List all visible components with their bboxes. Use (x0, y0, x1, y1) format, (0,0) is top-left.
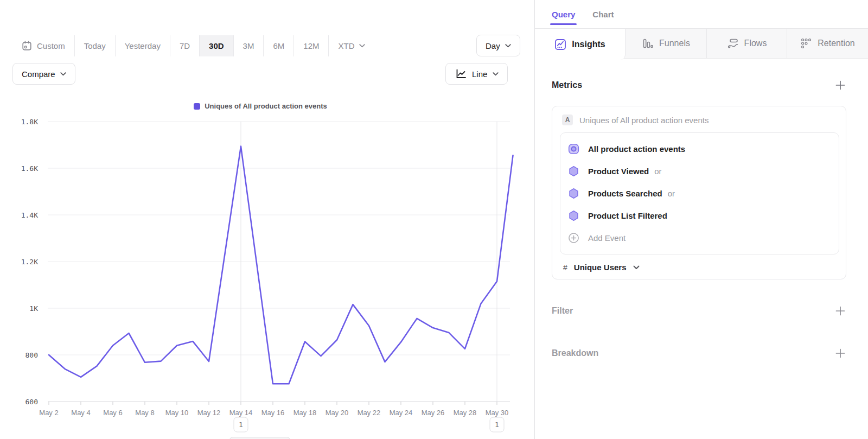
report-type-tabs: Insights Funnels Flows (535, 28, 868, 59)
event-label: Product List Filtered (588, 211, 667, 220)
insights-icon (554, 39, 566, 50)
x-axis-tick-label: May 14 (229, 409, 253, 417)
x-axis-tick-label: May 12 (197, 409, 221, 417)
number-icon: # (563, 263, 567, 272)
date-range-label: Custom (37, 41, 65, 50)
add-event-label: Add Event (588, 233, 626, 243)
plus-icon (835, 80, 845, 90)
date-range-xtd-button[interactable]: XTD (328, 35, 374, 56)
flows-icon (727, 37, 739, 49)
metric-group-header[interactable]: A Uniques of All product action events (560, 114, 839, 125)
legend-label: Uniques of All product action events (205, 102, 327, 110)
date-range-label: 12M (303, 41, 319, 50)
y-axis-tick-label: 1.2K (21, 258, 38, 266)
event-row-products-searched[interactable]: Products Searched or (560, 182, 839, 205)
tab-query[interactable]: Query (552, 10, 575, 19)
tab-funnels[interactable]: Funnels (626, 29, 707, 58)
chart-type-dropdown[interactable]: Line (445, 63, 508, 85)
granularity-dropdown[interactable]: Day (476, 35, 520, 56)
compare-dropdown[interactable]: Compare (12, 63, 75, 85)
x-axis-tick-label: May 24 (390, 409, 413, 417)
x-axis-tick-label: May 30 (486, 409, 509, 417)
tab-label: Flows (744, 39, 767, 48)
metric-group-title: Uniques of All product action events (579, 116, 709, 125)
x-axis-tick-label: May 26 (422, 409, 445, 417)
event-label: Products Searched (588, 189, 662, 198)
chart-type-label: Line (472, 69, 487, 79)
panel-tabs: Query Chart (535, 0, 868, 28)
y-axis-tick-label: 1.4K (21, 211, 38, 219)
chart-legend[interactable]: Uniques of All product action events (0, 102, 521, 110)
date-range-30d-button[interactable]: 30D (199, 35, 233, 56)
x-axis-tick-label: May 4 (71, 409, 90, 417)
tab-flows[interactable]: Flows (707, 29, 787, 58)
date-range-yesterday-button[interactable]: Yesterday (115, 35, 170, 56)
x-axis-tick-label: May 8 (135, 409, 154, 417)
event-row-all-product-action-events[interactable]: All product action events (560, 138, 839, 160)
date-range-label: XTD (338, 41, 354, 50)
svg-text:1: 1 (239, 421, 243, 429)
tab-chart[interactable]: Chart (592, 10, 614, 19)
chevron-down-icon (505, 44, 511, 48)
date-range-12m-button[interactable]: 12M (293, 35, 328, 56)
event-hexagon-icon (568, 166, 579, 177)
measurement-dropdown[interactable]: # Unique Users (560, 263, 839, 272)
event-hexagon-icon (568, 210, 579, 221)
add-filter-button[interactable] (834, 305, 846, 317)
date-range-label: 3M (243, 41, 254, 50)
date-range-label: 6M (273, 41, 284, 50)
x-axis-tick-label: May 22 (358, 409, 381, 417)
tab-insights[interactable]: Insights (535, 29, 626, 60)
plus-icon (835, 306, 845, 316)
query-panel: Query Chart Insights Funnels (534, 0, 868, 439)
chart-line-series (49, 147, 513, 384)
date-range-label: 7D (180, 41, 190, 50)
add-metric-button[interactable] (834, 79, 846, 91)
compare-label: Compare (22, 69, 55, 79)
y-axis-tick-label: 1K (29, 304, 38, 313)
y-axis-tick-label: 600 (25, 398, 38, 406)
annotation-badge[interactable]: 1 (490, 417, 504, 432)
add-event-button[interactable]: Add Event (560, 227, 839, 249)
metric-series-badge: A (562, 114, 573, 125)
x-axis-tick-label: May 6 (103, 409, 122, 417)
x-axis-tick-label: May 10 (165, 409, 189, 417)
event-or-suffix: or (654, 167, 661, 176)
date-range-segmented-control: Custom Today Yesterday 7D 30D 3M 6M 12M … (12, 35, 374, 56)
date-range-7d-button[interactable]: 7D (170, 35, 199, 56)
x-axis-tick-label: May 16 (261, 409, 285, 417)
tab-label: Retention (818, 39, 855, 48)
event-label: Product Viewed (588, 167, 649, 176)
legend-swatch (194, 103, 200, 110)
x-axis-tick-label: May 2 (39, 409, 58, 417)
chevron-down-icon (633, 265, 640, 270)
chevron-down-icon (493, 72, 499, 76)
line-chart[interactable]: 1.8K1.6K1.4K1.2K1K800600May 2May 4May 6M… (0, 114, 534, 439)
y-axis-tick-label: 800 (25, 351, 38, 359)
date-range-label: 30D (209, 41, 224, 50)
tab-retention[interactable]: Retention (787, 29, 868, 58)
add-breakdown-button[interactable] (834, 347, 846, 359)
date-range-label: Yesterday (125, 41, 161, 50)
x-axis-tick-label: May 18 (293, 409, 317, 417)
event-hexagon-icon (568, 188, 579, 199)
retention-icon (800, 37, 812, 49)
date-range-custom-button[interactable]: Custom (12, 35, 74, 56)
add-event-plus-icon (568, 232, 579, 244)
event-row-product-list-filtered[interactable]: Product List Filtered (560, 205, 839, 227)
event-list: All product action events Product Viewed… (560, 132, 839, 255)
filter-section-title: Filter (552, 306, 573, 316)
date-range-3m-button[interactable]: 3M (233, 35, 264, 56)
event-row-product-viewed[interactable]: Product Viewed or (560, 160, 839, 182)
chart-panel: Custom Today Yesterday 7D 30D 3M 6M 12M … (0, 0, 534, 439)
analytics-app: Custom Today Yesterday 7D 30D 3M 6M 12M … (0, 0, 868, 439)
date-range-6m-button[interactable]: 6M (263, 35, 293, 56)
svg-text:1: 1 (495, 421, 499, 429)
x-axis-tick-label: May 28 (454, 409, 477, 417)
date-range-today-button[interactable]: Today (74, 35, 115, 56)
custom-event-icon (568, 143, 579, 155)
annotation-badge[interactable]: 1 (234, 417, 248, 432)
metric-card: A Uniques of All product action events A… (552, 106, 846, 279)
tab-label: Funnels (659, 39, 690, 48)
calendar-icon (22, 41, 32, 51)
